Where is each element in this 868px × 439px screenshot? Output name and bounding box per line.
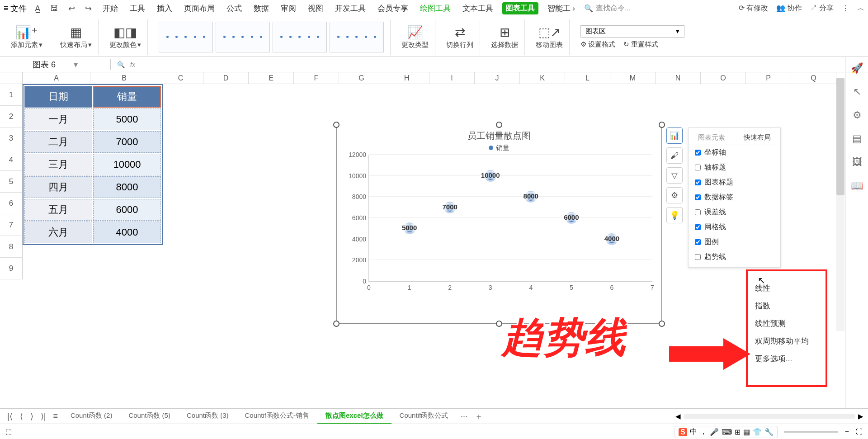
sheet-nav-last[interactable]: ⟩|	[38, 410, 49, 423]
row-header-7[interactable]: 7	[0, 214, 23, 236]
zoom-in-button[interactable]: ＋	[844, 427, 850, 436]
checkbox[interactable]	[695, 194, 701, 200]
tab-start[interactable]: 开始	[100, 1, 121, 15]
chart-area-dropdown[interactable]: 图表区▾	[580, 25, 684, 38]
tab-pagelayout[interactable]: 页面布局	[181, 1, 217, 15]
row-header-3[interactable]: 3	[0, 127, 23, 149]
quick-layout-tab[interactable]: 快速布局	[735, 131, 781, 145]
tab-view[interactable]: 视图	[305, 1, 326, 15]
horizontal-scrollbar[interactable]	[684, 414, 855, 419]
table-cell[interactable]: 6000	[93, 199, 161, 221]
formula-input[interactable]	[141, 61, 774, 69]
tab-dev[interactable]: 开发工具	[332, 1, 368, 15]
checkbox[interactable]	[695, 165, 701, 170]
chart-element-option[interactable]: 网格线	[689, 220, 780, 235]
fx-label[interactable]: fx	[130, 61, 135, 68]
col-header-L[interactable]: L	[565, 72, 610, 84]
ribbon-move-chart[interactable]: ⬚↗ 移动图表	[529, 19, 570, 55]
col-header-M[interactable]: M	[610, 72, 656, 84]
collab-button[interactable]: 👥 协作	[776, 4, 802, 13]
image-icon[interactable]: 🖼	[852, 156, 862, 168]
chart-style-button[interactable]: 🖌	[666, 147, 683, 164]
tab-drawing-tools[interactable]: 绘图工具	[417, 1, 453, 15]
header-sales[interactable]: 销量	[93, 86, 161, 108]
row-header-2[interactable]: 2	[0, 106, 23, 127]
col-header-D[interactable]: D	[203, 72, 249, 84]
book-icon[interactable]: 📖	[851, 180, 863, 192]
ime-indicator[interactable]: S 中 ， 🎤 ⌨ ⊞ ▦ 👕 🔧	[675, 426, 778, 438]
col-header-O[interactable]: O	[701, 72, 746, 84]
chart-element-option[interactable]: 趋势线	[689, 250, 780, 264]
row-header-6[interactable]: 6	[0, 193, 23, 214]
hscroll-right[interactable]: ▶	[858, 412, 863, 420]
row-header-4[interactable]: 4	[0, 149, 23, 171]
col-header-J[interactable]: J	[475, 72, 520, 84]
row-header-9[interactable]: 9	[0, 258, 23, 279]
resize-handle[interactable]	[659, 122, 665, 128]
col-header-K[interactable]: K	[520, 72, 565, 84]
col-header-C[interactable]: C	[158, 72, 203, 84]
table-cell[interactable]: 5000	[93, 109, 161, 130]
resize-handle[interactable]	[333, 321, 340, 327]
chart-element-option[interactable]: 图表标题	[689, 175, 780, 190]
sheet-list-icon[interactable]: ≡	[50, 410, 61, 423]
chart-element-option[interactable]: 轴标题	[689, 160, 780, 175]
chart-idea-button[interactable]: 💡	[666, 207, 683, 223]
rocket-icon[interactable]: 🚀	[851, 62, 863, 74]
chart-title[interactable]: 员工销量散点图	[337, 125, 661, 144]
checkbox[interactable]	[695, 224, 701, 230]
reset-style-button[interactable]: ↻ 重置样式	[623, 40, 658, 49]
settings-slider-icon[interactable]: ⚙	[853, 109, 862, 121]
col-header-G[interactable]: G	[339, 72, 384, 84]
file-menu[interactable]: ≡ 文件	[4, 3, 27, 14]
sheet-nav-first[interactable]: |⟨	[5, 410, 15, 423]
tab-chart-tools[interactable]: 图表工具	[502, 2, 538, 14]
chart-element-option[interactable]: 误差线	[689, 205, 780, 220]
table-cell[interactable]: 四月	[24, 176, 92, 198]
undo-icon[interactable]: ↩	[66, 4, 77, 14]
tab-formula[interactable]: 公式	[224, 1, 245, 15]
save-icon[interactable]: 🖫	[48, 4, 60, 13]
fullscreen-icon[interactable]: ⛶	[856, 428, 863, 435]
col-header-P[interactable]: P	[746, 72, 791, 84]
col-header-A[interactable]: A	[23, 72, 90, 84]
chart-settings-button[interactable]: ⚙	[666, 187, 683, 203]
chart-style-4[interactable]	[330, 22, 384, 52]
table-cell[interactable]: 二月	[24, 131, 92, 153]
sheet-tab[interactable]: Count函数 (3)	[179, 409, 237, 424]
chart-filter-button[interactable]: ▽	[666, 167, 683, 184]
collapse-ribbon-icon[interactable]: ︿	[857, 4, 864, 13]
plot-area[interactable]: 0200040006000800010000120000123456750007…	[368, 155, 652, 282]
chart-style-gallery[interactable]	[159, 22, 384, 52]
name-box[interactable]: 图表 6▾	[0, 59, 111, 70]
chart-elements-tab[interactable]: 图表元素	[689, 131, 735, 145]
checkbox[interactable]	[695, 239, 701, 245]
resize-handle[interactable]	[496, 122, 502, 128]
checkbox[interactable]	[695, 179, 701, 185]
chart-element-option[interactable]: 数据标签	[689, 190, 780, 205]
header-date[interactable]: 日期	[24, 86, 92, 108]
table-cell[interactable]: 五月	[24, 199, 92, 221]
sheet-nav-prev[interactable]: ⟨	[17, 410, 26, 423]
sheet-tab[interactable]: Countif函数公式-销售	[236, 409, 317, 424]
has-changes[interactable]: ⟳ 有修改	[739, 4, 768, 13]
col-header-F[interactable]: F	[294, 72, 339, 84]
table-cell[interactable]: 10000	[93, 154, 161, 175]
table-cell[interactable]: 8000	[93, 176, 161, 198]
sheet-tab[interactable]: Countif函数公式	[392, 409, 457, 424]
row-header-5[interactable]: 5	[0, 171, 23, 193]
chart-legend[interactable]: 销量	[337, 144, 661, 155]
row-header-8[interactable]: 8	[0, 236, 23, 258]
chart-element-option[interactable]: 坐标轴	[689, 145, 780, 160]
col-header-Q[interactable]: Q	[791, 72, 836, 84]
zoom-slider[interactable]	[784, 431, 838, 433]
ribbon-quick-layout[interactable]: ▦ 快速布局 ▾	[54, 19, 99, 55]
resize-handle[interactable]	[659, 321, 665, 327]
select-all-corner[interactable]	[0, 72, 23, 84]
checkbox[interactable]	[695, 150, 701, 156]
checkbox[interactable]	[695, 209, 701, 215]
cursor-icon[interactable]: ↖	[853, 86, 861, 98]
ribbon-add-element[interactable]: 📊⁺ 添加元素 ▾	[5, 19, 49, 55]
status-mode-icon[interactable]: ⬚	[5, 428, 12, 436]
chart-style-1[interactable]	[159, 22, 213, 52]
